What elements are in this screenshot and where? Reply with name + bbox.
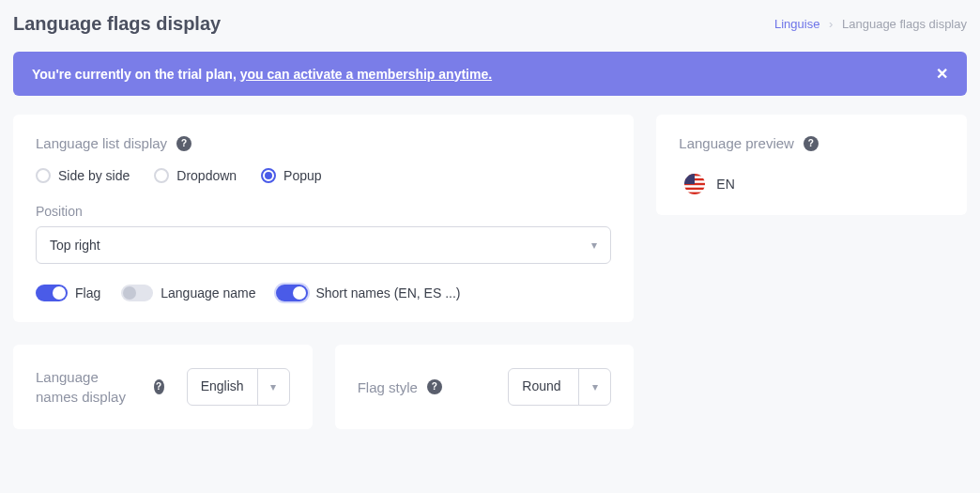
trial-banner: You're currently on the trial plan, you … (13, 52, 967, 96)
language-names-display-card: Language names display ? English ▾ (13, 345, 313, 429)
radio-popup[interactable]: Popup (261, 168, 321, 183)
banner-prefix: You're currently on the trial plan, (32, 67, 240, 82)
radio-label: Popup (283, 168, 321, 183)
radio-label: Dropdown (176, 168, 237, 183)
chevron-down-icon: ▾ (578, 369, 610, 405)
radio-icon (154, 168, 169, 183)
svg-rect-6 (684, 174, 695, 184)
toggle-language-name-label: Language name (161, 285, 255, 300)
list-display-title: Language list display ? (36, 135, 611, 151)
toggle-flag-label: Flag (75, 285, 100, 300)
us-flag-icon (684, 174, 705, 194)
flag-style-title: Flag style ? (358, 377, 486, 397)
preview-title-text: Language preview (679, 135, 794, 151)
help-icon[interactable]: ? (176, 136, 191, 151)
language-preview-card: Language preview ? EN (656, 115, 967, 215)
toggle-language-name-item: Language name (121, 285, 255, 301)
preview-item: EN (679, 168, 944, 194)
help-icon[interactable]: ? (804, 136, 819, 151)
breadcrumb-separator: › (829, 17, 833, 31)
radio-label: Side by side (58, 168, 130, 183)
toggle-short-names-label: Short names (EN, ES ...) (315, 285, 460, 300)
language-list-display-card: Language list display ? Side by side Dro… (13, 115, 634, 322)
breadcrumb: Linguise › Language flags display (774, 17, 967, 31)
radio-icon (36, 168, 51, 183)
display-mode-radiogroup: Side by side Dropdown Popup (36, 168, 611, 183)
radio-side-by-side[interactable]: Side by side (36, 168, 130, 183)
toggle-short-names-item: Short names (EN, ES ...) (276, 285, 460, 301)
names-display-title-text: Language names display (36, 367, 145, 407)
preview-title: Language preview ? (679, 135, 944, 151)
flag-style-title-text: Flag style (358, 377, 418, 397)
banner-activate-link[interactable]: you can activate a membership anytime. (240, 67, 492, 82)
names-display-title: Language names display ? (36, 367, 164, 407)
names-display-select[interactable]: English ▾ (187, 368, 290, 406)
banner-close-button[interactable]: ✕ (936, 65, 948, 83)
radio-dropdown[interactable]: Dropdown (154, 168, 237, 183)
position-select-value: Top right (50, 238, 100, 253)
position-select[interactable]: Top right ▾ (36, 226, 611, 264)
preview-code: EN (716, 177, 734, 192)
flag-style-card: Flag style ? Round ▾ (335, 345, 635, 429)
position-label: Position (36, 204, 611, 219)
list-display-title-text: Language list display (36, 135, 167, 151)
help-icon[interactable]: ? (427, 379, 442, 394)
page-title: Language flags display (13, 13, 221, 35)
chevron-down-icon: ▾ (257, 369, 289, 405)
svg-rect-4 (684, 188, 705, 190)
toggle-language-name[interactable] (121, 285, 153, 301)
svg-rect-5 (684, 193, 705, 194)
breadcrumb-current: Language flags display (842, 17, 967, 31)
names-display-value: English (188, 369, 257, 405)
flag-style-select[interactable]: Round ▾ (508, 368, 611, 406)
toggle-row: Flag Language name Short names (EN, ES .… (36, 285, 611, 301)
toggle-flag-item: Flag (36, 285, 100, 301)
toggle-short-names[interactable] (276, 285, 308, 301)
chevron-down-icon: ▾ (591, 239, 597, 252)
page-header: Language flags display Linguise › Langua… (13, 13, 967, 35)
banner-text: You're currently on the trial plan, you … (32, 67, 492, 82)
flag-style-value: Round (509, 369, 578, 405)
breadcrumb-root-link[interactable]: Linguise (774, 17, 819, 31)
help-icon[interactable]: ? (154, 379, 164, 394)
toggle-flag[interactable] (36, 285, 68, 301)
radio-icon (261, 168, 276, 183)
